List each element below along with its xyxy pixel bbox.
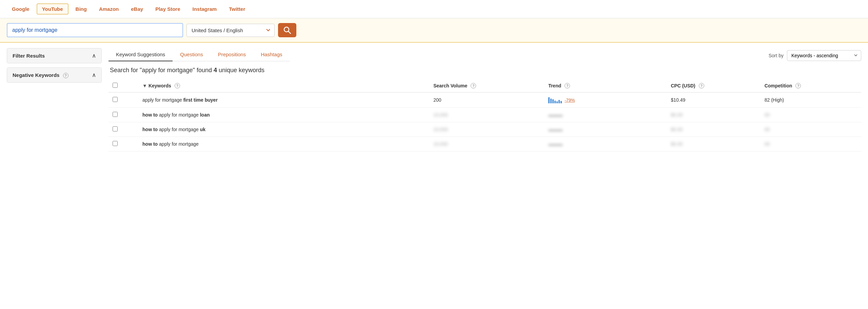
negative-keywords-label: Negative Keywords ? bbox=[13, 72, 68, 78]
trend-help-icon[interactable]: ? bbox=[565, 83, 570, 88]
main-layout: Filter Results ∧ Negative Keywords ? ∧ K… bbox=[0, 43, 868, 157]
header-trend[interactable]: Trend ? bbox=[544, 79, 667, 92]
row1-trend-bars bbox=[548, 97, 562, 103]
filter-results-chevron: ∧ bbox=[92, 53, 96, 59]
nav-item-playstore[interactable]: Play Store bbox=[150, 4, 185, 14]
row1-trend-pct[interactable]: -79% bbox=[565, 98, 575, 103]
row2-trend: ▬▬▬ bbox=[544, 108, 667, 122]
nav-item-amazon[interactable]: Amazon bbox=[94, 4, 124, 14]
row4-volume: 10,000 bbox=[429, 137, 544, 151]
row4-trend: ▬▬▬ bbox=[544, 137, 667, 151]
sort-label: Sort by bbox=[769, 53, 784, 58]
results-summary: Search for "apply for mortgage" found 4 … bbox=[108, 67, 861, 74]
header-checkbox bbox=[108, 79, 138, 92]
tab-hashtags[interactable]: Hashtags bbox=[253, 48, 290, 61]
locale-select[interactable]: United States / EnglishUnited Kingdom / … bbox=[186, 24, 275, 37]
trend-bar bbox=[548, 97, 550, 103]
row4-checkbox-cell bbox=[108, 137, 138, 151]
search-button[interactable] bbox=[278, 23, 296, 37]
row4-keyword: how to apply for mortgage bbox=[138, 137, 429, 151]
content-area: Keyword Suggestions Questions Prepositio… bbox=[108, 48, 861, 151]
competition-help-icon[interactable]: ? bbox=[795, 83, 801, 88]
header-trend-label: Trend bbox=[548, 83, 561, 88]
nav-item-twitter[interactable]: Twitter bbox=[224, 4, 250, 14]
header-search-volume[interactable]: Search Volume ? bbox=[429, 79, 544, 92]
header-competition[interactable]: Competition ? bbox=[761, 79, 861, 92]
row2-checkbox[interactable] bbox=[113, 112, 118, 117]
row2-keyword: how to apply for mortgage loan bbox=[138, 108, 429, 122]
row3-trend: ▬▬▬ bbox=[544, 122, 667, 137]
row1-checkbox-cell bbox=[108, 92, 138, 108]
row4-competition: 00 bbox=[761, 137, 861, 151]
row3-cpc: $0.00 bbox=[667, 122, 760, 137]
nav-item-instagram[interactable]: Instagram bbox=[188, 4, 222, 14]
results-summary-prefix: Search for "apply for mortgage" found bbox=[110, 67, 214, 74]
table-row: how to apply for mortgage loan 10,000 ▬▬… bbox=[108, 108, 861, 122]
sort-select[interactable]: Keywords - ascendingKeywords - descendin… bbox=[787, 50, 861, 61]
filter-results-label: Filter Results bbox=[13, 53, 45, 59]
negative-keywords-header[interactable]: Negative Keywords ? ∧ bbox=[7, 68, 101, 82]
trend-bar bbox=[556, 101, 558, 103]
row3-keyword: how to apply for mortgage uk bbox=[138, 122, 429, 137]
top-nav: Google YouTube Bing Amazon eBay Play Sto… bbox=[0, 0, 868, 18]
volume-help-icon[interactable]: ? bbox=[471, 83, 476, 88]
trend-bar bbox=[554, 101, 556, 103]
table-row: apply for mortgage first time buyer 200 bbox=[108, 92, 861, 108]
filter-results-header[interactable]: Filter Results ∧ bbox=[7, 48, 101, 63]
table-row: how to apply for mortgage 10,000 ▬▬▬ $0.… bbox=[108, 137, 861, 151]
results-summary-suffix: unique keywords bbox=[217, 67, 264, 74]
header-cpc[interactable]: CPC (USD) ? bbox=[667, 79, 760, 92]
cpc-help-icon[interactable]: ? bbox=[699, 83, 704, 88]
row1-trend: -79% bbox=[544, 92, 667, 108]
row1-keyword: apply for mortgage first time buyer bbox=[138, 92, 429, 108]
sidebar: Filter Results ∧ Negative Keywords ? ∧ bbox=[7, 48, 102, 151]
filter-results-section: Filter Results ∧ bbox=[7, 48, 102, 63]
search-bar: United States / EnglishUnited Kingdom / … bbox=[0, 18, 868, 43]
header-competition-label: Competition bbox=[765, 83, 792, 88]
search-input[interactable] bbox=[7, 23, 183, 37]
row3-volume: 10,000 bbox=[429, 122, 544, 137]
trend-bar bbox=[552, 99, 554, 103]
tab-questions[interactable]: Questions bbox=[173, 48, 211, 61]
tab-keyword-suggestions[interactable]: Keyword Suggestions bbox=[108, 48, 173, 61]
negative-keywords-chevron: ∧ bbox=[92, 72, 96, 78]
header-keywords-label: Keywords bbox=[149, 83, 171, 88]
trend-bar bbox=[560, 101, 562, 103]
nav-item-youtube[interactable]: YouTube bbox=[37, 3, 68, 15]
nav-item-bing[interactable]: Bing bbox=[71, 4, 92, 14]
sort-bar: Sort by Keywords - ascendingKeywords - d… bbox=[769, 50, 861, 61]
tabs-sort-row: Keyword Suggestions Questions Prepositio… bbox=[108, 48, 861, 67]
search-icon bbox=[283, 26, 291, 34]
trend-bar bbox=[550, 99, 552, 103]
sort-down-icon: ▼ bbox=[142, 83, 147, 88]
row4-checkbox[interactable] bbox=[113, 141, 118, 146]
results-table: ▼ Keywords ? Search Volume ? Trend bbox=[108, 79, 861, 151]
row2-checkbox-cell bbox=[108, 108, 138, 122]
keywords-help-icon[interactable]: ? bbox=[175, 83, 180, 88]
row1-competition: 82 (High) bbox=[761, 92, 861, 108]
row4-cpc: $0.00 bbox=[667, 137, 760, 151]
row2-cpc: $0.00 bbox=[667, 108, 760, 122]
results-count: 4 bbox=[214, 67, 217, 74]
row1-checkbox[interactable] bbox=[113, 97, 118, 102]
row1-volume: 200 bbox=[429, 92, 544, 108]
nav-item-ebay[interactable]: eBay bbox=[126, 4, 148, 14]
negative-keywords-help-icon[interactable]: ? bbox=[63, 73, 68, 78]
negative-keywords-section: Negative Keywords ? ∧ bbox=[7, 67, 102, 83]
table-row: how to apply for mortgage uk 10,000 ▬▬▬ … bbox=[108, 122, 861, 137]
header-cpc-label: CPC (USD) bbox=[671, 83, 695, 88]
row3-checkbox-cell bbox=[108, 122, 138, 137]
nav-item-google[interactable]: Google bbox=[7, 4, 35, 14]
row2-competition: 00 bbox=[761, 108, 861, 122]
header-volume-label: Search Volume bbox=[433, 83, 467, 88]
trend-bar bbox=[558, 100, 560, 103]
select-all-checkbox[interactable] bbox=[113, 83, 118, 88]
svg-line-1 bbox=[289, 32, 291, 34]
table-header-row: ▼ Keywords ? Search Volume ? Trend bbox=[108, 79, 861, 92]
tabs: Keyword Suggestions Questions Prepositio… bbox=[108, 48, 290, 61]
row3-checkbox[interactable] bbox=[113, 126, 118, 131]
row3-competition: 00 bbox=[761, 122, 861, 137]
row2-volume: 10,000 bbox=[429, 108, 544, 122]
tab-prepositions[interactable]: Prepositions bbox=[211, 48, 254, 61]
header-keywords[interactable]: ▼ Keywords ? bbox=[138, 79, 429, 92]
